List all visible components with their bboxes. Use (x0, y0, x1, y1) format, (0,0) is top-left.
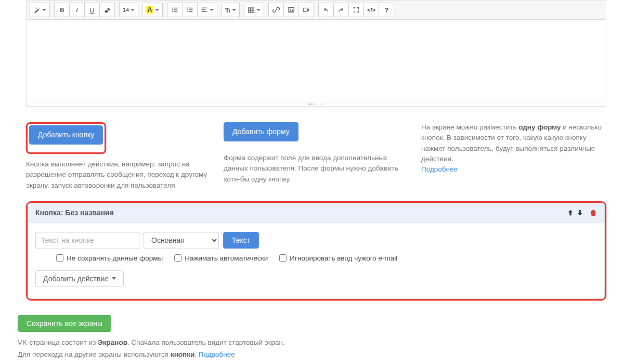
add-action-dropdown[interactable]: Добавить действие (35, 270, 124, 287)
svg-rect-13 (201, 9, 205, 10)
add-button-button[interactable]: Добавить кнопку (29, 125, 103, 145)
help-button[interactable]: ? (379, 3, 394, 17)
picture-icon (288, 6, 295, 14)
video-button[interactable] (298, 3, 314, 17)
chevron-down-icon (232, 9, 236, 11)
editor-textarea[interactable] (27, 20, 606, 102)
chevron-down-icon (155, 9, 159, 11)
footer-more-link[interactable]: Подробнее (199, 350, 235, 358)
add-button-highlight: Добавить кнопку (26, 122, 106, 154)
redo-button[interactable] (333, 3, 349, 17)
svg-rect-14 (201, 11, 207, 12)
add-form-desc: Форма содержит поля для ввода дополнител… (224, 153, 409, 185)
button-title-name: Без названия (65, 209, 114, 217)
arrow-down-icon (576, 209, 583, 216)
undo-button[interactable] (318, 3, 334, 17)
button-block: Кнопка: Без названия Основная Текст Не с… (28, 203, 605, 299)
font-color-icon: A (146, 6, 153, 14)
info-more-link[interactable]: Подробнее (421, 165, 458, 173)
add-form-col: Добавить форму Форма содержит поля для в… (224, 122, 409, 191)
nosave-checkbox[interactable] (56, 254, 63, 262)
redo-icon (337, 6, 345, 14)
video-icon (303, 6, 310, 14)
svg-rect-5 (174, 11, 177, 12)
link-button[interactable] (268, 3, 284, 17)
button-title-prefix: Кнопка: (35, 209, 65, 217)
button-block-highlight: Кнопка: Без названия Основная Текст Не с… (26, 201, 606, 301)
align-button[interactable] (197, 3, 217, 17)
clear-format-button[interactable] (99, 3, 115, 17)
chevron-down-icon (112, 277, 116, 280)
table-icon (248, 6, 255, 14)
info-text-bold: одну форму (518, 123, 561, 131)
chevron-down-icon (256, 9, 261, 11)
add-button-col: Добавить кнопку Кнопка выполняет действи… (26, 122, 211, 191)
move-down-button[interactable] (576, 209, 583, 216)
italic-icon: I (76, 6, 78, 14)
font-color-button[interactable]: A (142, 3, 162, 17)
nosave-checkbox-label[interactable]: Не сохранять данные формы (56, 254, 163, 262)
editor-toolbar: B I U 14 A 123 TI (27, 0, 606, 20)
autoclick-checkbox[interactable] (174, 254, 181, 262)
save-all-button[interactable]: Сохранить все экраны (18, 315, 111, 332)
magic-wand-icon (33, 6, 41, 14)
font-size-label: 14 (123, 7, 129, 13)
arrow-up-icon (567, 209, 574, 216)
ol-button[interactable]: 123 (182, 3, 198, 17)
info-text-pre: На экране можно разместить (421, 123, 518, 131)
svg-rect-22 (304, 8, 307, 12)
svg-rect-1 (174, 8, 177, 8)
list-ol-icon: 123 (186, 6, 193, 14)
paragraph-style-button[interactable]: TI (222, 3, 240, 17)
paragraph-icon: TI (225, 6, 230, 14)
link-icon (272, 6, 280, 14)
ignoreemail-checkbox[interactable] (279, 254, 287, 262)
svg-point-0 (172, 7, 173, 8)
button-block-header: Кнопка: Без названия (28, 203, 604, 223)
delete-button[interactable] (590, 209, 597, 216)
svg-point-2 (172, 9, 173, 10)
underline-button[interactable]: U (84, 3, 100, 17)
code-icon: </> (367, 7, 375, 13)
list-ul-icon (171, 6, 178, 14)
ignoreemail-checkbox-label[interactable]: Игнорировать ввод чужого e-mail (279, 254, 397, 262)
add-button-desc: Кнопка выполняет действия, например: зап… (26, 159, 211, 191)
text-button[interactable]: Текст (223, 232, 259, 249)
eraser-icon (103, 6, 111, 14)
picture-button[interactable] (283, 3, 299, 17)
help-icon: ? (384, 6, 388, 14)
bold-button[interactable]: B (54, 3, 70, 17)
svg-text:3: 3 (187, 10, 188, 13)
chevron-down-icon (210, 9, 214, 11)
footer-help: VK-страница состоит из Экранов. Сначала … (18, 337, 606, 361)
magic-button[interactable] (30, 3, 50, 17)
svg-point-4 (172, 11, 173, 12)
actions-row: Добавить кнопку Кнопка выполняет действи… (26, 122, 606, 191)
editor-panel: B I U 14 A 123 TI (26, 0, 606, 107)
svg-rect-9 (189, 9, 192, 10)
autoclick-checkbox-label[interactable]: Нажимать автоматически (174, 254, 268, 262)
font-size-button[interactable]: 14 (119, 3, 138, 17)
chevron-down-icon (131, 9, 135, 11)
bold-icon: B (60, 6, 64, 14)
svg-rect-3 (174, 9, 177, 10)
fullscreen-button[interactable] (348, 3, 364, 17)
move-up-button[interactable] (567, 209, 574, 216)
align-icon (201, 6, 208, 14)
button-style-select[interactable]: Основная (144, 232, 219, 249)
button-block-body: Основная Текст Не сохранять данные формы… (28, 223, 604, 298)
trash-icon (590, 209, 597, 216)
svg-point-21 (290, 9, 291, 10)
italic-button[interactable]: I (69, 3, 85, 17)
ul-button[interactable] (167, 3, 183, 17)
codeview-button[interactable]: </> (363, 3, 379, 17)
button-text-input[interactable] (35, 232, 139, 249)
table-button[interactable] (244, 3, 264, 17)
add-form-button[interactable]: Добавить форму (224, 122, 298, 141)
svg-rect-7 (189, 8, 192, 8)
resize-handle[interactable] (27, 102, 606, 106)
underline-icon: U (89, 6, 94, 14)
svg-rect-11 (189, 11, 192, 12)
fullscreen-icon (353, 6, 360, 14)
svg-rect-12 (201, 8, 207, 8)
